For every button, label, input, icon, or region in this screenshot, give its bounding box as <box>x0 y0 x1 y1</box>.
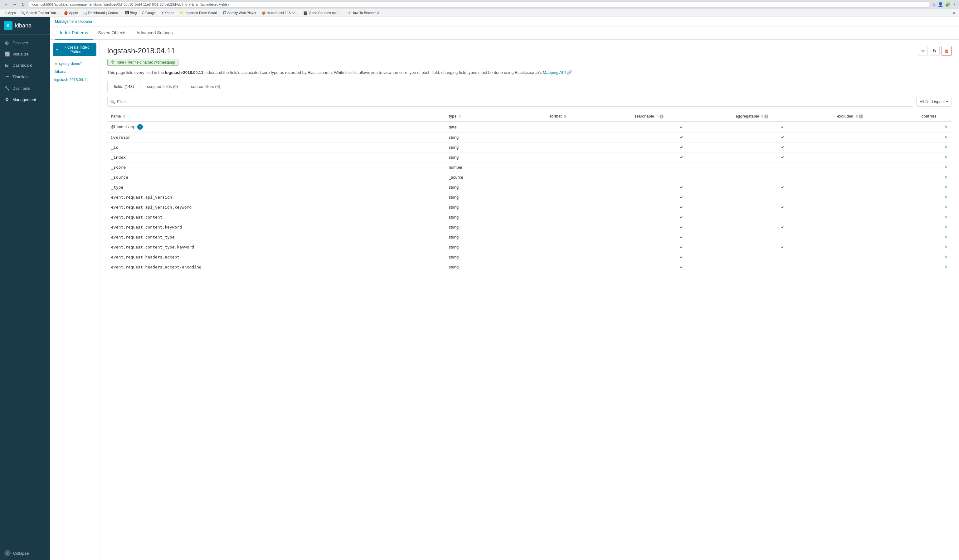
edit-field-button[interactable]: ✎ <box>944 265 948 269</box>
sidebar-item-timelion[interactable]: 〜 Timelion <box>0 71 50 83</box>
cell-format <box>546 222 631 232</box>
cell-type: string <box>445 182 546 192</box>
index-list-item-syslog[interactable]: ★ syslog-demo* <box>50 60 100 68</box>
check-icon: ✓ <box>781 205 784 210</box>
edit-field-button[interactable]: ✎ <box>944 185 948 189</box>
sidebar-item-devtools[interactable]: 🔧 Dev Tools <box>0 83 50 94</box>
type-sort-icon[interactable]: ⇅ <box>458 115 461 118</box>
sidebar-item-discover[interactable]: ◎ Discover <box>0 37 50 48</box>
field-type-select[interactable]: All field types string number date boole… <box>916 97 951 107</box>
bookmark-yahoo-label: Yahoo <box>165 11 174 15</box>
cell-aggregatable: ✓ <box>732 182 833 192</box>
index-list-item-kibana[interactable]: .kibana <box>50 68 100 76</box>
profile-icon[interactable]: 👤 <box>938 2 943 7</box>
col-header-controls: controls <box>918 111 951 122</box>
extension-icon[interactable]: 🧩 <box>945 2 950 7</box>
tab-source-filters[interactable]: source filters (0) <box>184 81 226 92</box>
index-list-item-logstash[interactable]: logstash-2018.04.11 <box>50 76 100 84</box>
browser-chrome: ← → ↻ localhost:5601/app/kibana#/managem… <box>0 0 959 9</box>
address-bar[interactable]: localhost:5601/app/kibana#/management/ki… <box>28 1 930 8</box>
edit-field-button[interactable]: ✎ <box>944 175 948 180</box>
format-sort-icon[interactable]: ⇅ <box>564 115 566 118</box>
tab-saved-objects[interactable]: Saved Objects <box>93 27 131 40</box>
bookmark-search[interactable]: 🔍 Search Text for You... <box>19 10 61 16</box>
mapping-api-link[interactable]: Mapping API <box>543 70 566 75</box>
tab-advanced-settings[interactable]: Advanced Settings <box>131 27 178 40</box>
aggregatable-sort-icon[interactable]: ⇅ <box>761 115 763 118</box>
table-row: event.request.content_type.keywordstring… <box>107 242 951 252</box>
sidebar-item-management[interactable]: ⚙ Management <box>0 94 50 105</box>
check-icon: ✓ <box>781 225 784 229</box>
breadcrumb-management[interactable]: Management <box>55 19 77 24</box>
edit-field-button[interactable]: ✎ <box>944 165 948 170</box>
tab-index-patterns[interactable]: Index Patterns <box>55 27 93 40</box>
bookmark-imported[interactable]: 📁 Imported From Safari <box>177 10 219 16</box>
bookmark-yahoo[interactable]: Y Yahoo <box>159 10 176 15</box>
edit-field-button[interactable]: ✎ <box>944 225 948 229</box>
searchable-info-icon[interactable]: i <box>660 115 664 118</box>
bookmark-apple[interactable]: 🍎 Apple <box>62 10 80 16</box>
cell-searchable <box>631 172 732 182</box>
excluded-info-icon[interactable]: i <box>859 115 863 118</box>
searchable-sort-icon[interactable]: ⇅ <box>656 115 659 118</box>
cell-format <box>546 262 631 272</box>
edit-field-button[interactable]: ✎ <box>944 215 948 220</box>
filter-input-wrap: 🔍 <box>107 97 913 107</box>
bookmark-bing[interactable]: 🅱 Bing <box>124 10 139 15</box>
edit-field-button[interactable]: ✎ <box>944 205 948 210</box>
reload-button[interactable]: ↻ <box>20 1 26 8</box>
create-index-pattern-button[interactable]: + + Create Index Pattern <box>53 43 96 56</box>
kibana-logo-icon: K <box>4 21 13 30</box>
bookmarks-overflow[interactable]: » <box>952 10 956 16</box>
cell-type: string <box>445 262 546 272</box>
back-button[interactable]: ← <box>3 1 10 8</box>
sidebar-item-visualize[interactable]: 📈 Visualize <box>0 48 50 60</box>
edit-field-button[interactable]: ✎ <box>944 195 948 200</box>
filter-input[interactable] <box>107 97 913 107</box>
cell-searchable: ✓ <box>631 242 732 252</box>
check-icon: ✓ <box>680 145 683 150</box>
edit-field-button[interactable]: ✎ <box>944 155 948 160</box>
collapse-button[interactable]: ‹ Collapse <box>0 546 50 560</box>
edit-field-button[interactable]: ✎ <box>944 145 948 150</box>
cell-aggregatable <box>732 212 833 222</box>
bookmark-howto[interactable]: 📝 How To Become A... <box>344 10 384 16</box>
edit-field-button[interactable]: ✎ <box>944 235 948 239</box>
bookmark-video[interactable]: 🎬 Video Courses on J... <box>301 10 343 16</box>
check-icon: ✓ <box>680 235 683 239</box>
cell-searchable: ✓ <box>631 192 732 202</box>
tab-scripted-fields[interactable]: scripted fields (0) <box>140 81 184 92</box>
index-kibana-label: .kibana <box>54 70 67 74</box>
bookmark-spotify[interactable]: 🎵 Spotify Web Player <box>220 10 258 16</box>
menu-icon[interactable]: ⋮ <box>952 2 956 7</box>
dashboard-bookmark-icon: 📊 <box>83 11 88 15</box>
collapse-label: Collapse <box>13 551 29 556</box>
sidebar-item-dashboard[interactable]: ⊞ Dashboard <box>0 60 50 71</box>
cell-controls: ✎ <box>918 121 951 132</box>
refresh-button[interactable]: ↻ <box>930 46 940 56</box>
bookmark-google[interactable]: G Google <box>140 10 158 15</box>
name-sort-icon[interactable]: ⇅ <box>123 115 126 118</box>
breadcrumb-kibana[interactable]: Kibana <box>80 19 92 24</box>
bookmark-carousel[interactable]: 📦 re-carousel / JS.co... <box>260 10 300 16</box>
cell-searchable: ✓ <box>631 222 732 232</box>
cell-type: string <box>445 202 546 212</box>
cell-type: _source <box>445 172 546 182</box>
excluded-sort-icon[interactable]: ⇅ <box>855 115 858 118</box>
tab-fields[interactable]: fields (143) <box>107 81 140 92</box>
edit-field-button[interactable]: ✎ <box>944 125 948 129</box>
bookmark-dashboard[interactable]: 📊 Dashboard | Codec... <box>81 10 123 16</box>
bookmark-apps[interactable]: ⊞ Apps <box>3 10 18 16</box>
table-row: event.request.contentstring✓✎ <box>107 212 951 222</box>
favorite-button[interactable]: ☆ <box>918 46 928 56</box>
breadcrumb: Management / Kibana <box>50 17 959 27</box>
edit-field-button[interactable]: ✎ <box>944 135 948 140</box>
forward-button[interactable]: → <box>11 1 18 8</box>
aggregatable-info-icon[interactable]: i <box>764 115 768 118</box>
edit-field-button[interactable]: ✎ <box>944 245 948 250</box>
discover-icon: ◎ <box>4 40 10 45</box>
star-icon[interactable]: ☆ <box>932 2 936 7</box>
delete-button[interactable]: 🗑 <box>941 46 951 56</box>
edit-field-button[interactable]: ✎ <box>944 255 948 259</box>
check-icon: ✓ <box>781 135 784 140</box>
